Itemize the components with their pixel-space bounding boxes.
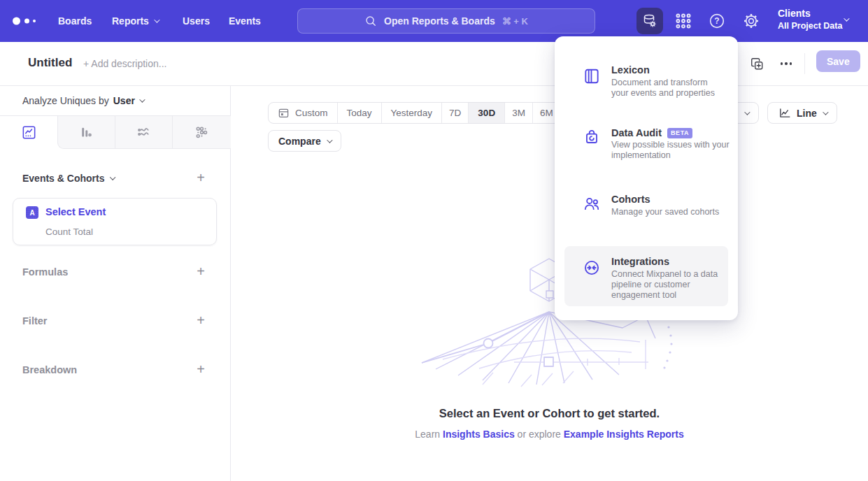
add-description-button[interactable]: + Add description... xyxy=(83,58,166,69)
nav-item-events[interactable]: Events xyxy=(229,0,261,42)
select-event-label: Select Event xyxy=(45,206,106,217)
date-range-7d[interactable]: 7D xyxy=(441,103,468,123)
gear-icon xyxy=(742,12,760,30)
menu-item-title: Cohorts xyxy=(611,194,650,205)
menu-item-description: Connect Mixpanel to a data pipeline or c… xyxy=(611,269,726,301)
data-management-button[interactable] xyxy=(636,8,663,34)
menu-item-title: Integrations xyxy=(611,256,669,267)
project-switcher[interactable]: Clients All Project Data xyxy=(778,7,842,31)
integrations-sync-icon xyxy=(583,259,601,277)
date-range-yesterday[interactable]: Yesterday xyxy=(381,103,442,123)
tab-insights-active[interactable] xyxy=(0,116,57,149)
line-chart-icon xyxy=(778,106,791,120)
nav-item-boards[interactable]: Boards xyxy=(58,0,92,42)
series-badge: A xyxy=(26,206,38,219)
event-card[interactable]: A Select Event Count Total xyxy=(13,198,217,245)
chevron-down-icon xyxy=(823,109,828,115)
event-metric[interactable]: Count Total xyxy=(45,227,93,237)
chart-type-tabs-inactive xyxy=(57,116,231,149)
beta-badge: BETA xyxy=(667,128,692,138)
chevron-down-icon xyxy=(154,17,159,22)
flows-icon xyxy=(136,124,152,141)
retention-dots-icon xyxy=(194,124,210,141)
menu-item-title: Data Audit BETA xyxy=(611,127,692,138)
calendar-icon xyxy=(278,107,290,119)
chevron-down-icon xyxy=(327,137,332,143)
duplicate-icon xyxy=(750,57,764,71)
date-range-today[interactable]: Today xyxy=(337,103,381,123)
apps-grid-icon xyxy=(674,12,692,30)
apps-grid-button[interactable] xyxy=(673,10,694,31)
search-icon xyxy=(364,15,377,27)
insights-basics-link[interactable]: Insights Basics xyxy=(443,429,515,440)
breakdown-section-label: Breakdown xyxy=(22,364,77,375)
formulas-section-label: Formulas xyxy=(22,266,68,278)
filter-section-label: Filter xyxy=(22,315,47,326)
empty-state-links: Learn Insights Basics or explore Example… xyxy=(231,429,868,440)
date-range-custom[interactable]: Custom xyxy=(269,103,337,123)
compare-button[interactable]: Compare xyxy=(268,130,341,152)
chart-style-dropdown[interactable]: Line xyxy=(767,102,837,124)
add-formula-button[interactable]: + xyxy=(193,264,208,279)
help-button[interactable]: ? xyxy=(706,10,727,31)
database-gear-icon xyxy=(641,13,658,29)
insights-line-chart-icon xyxy=(21,124,37,141)
data-audit-icon xyxy=(583,129,601,147)
bar-chart-icon xyxy=(78,124,94,141)
date-range-3m[interactable]: 3M xyxy=(504,103,532,123)
ellipsis-icon xyxy=(781,62,792,65)
date-range-30d-selected[interactable]: 30D xyxy=(468,103,504,123)
menu-item-description: Document and transform your events and p… xyxy=(611,78,725,99)
org-name: Clients xyxy=(778,7,842,20)
duplicate-button[interactable] xyxy=(748,55,765,72)
chevron-down-icon xyxy=(139,96,145,102)
mixpanel-insights-app: Boards Reports Users Events Open Reports… xyxy=(0,0,868,481)
tab-bar-chart[interactable] xyxy=(58,116,115,149)
report-title[interactable]: Untitled xyxy=(28,56,72,70)
search-placeholder: Open Reports & Boards xyxy=(384,15,495,27)
date-range-control: Custom Today Yesterday 7D 30D 3M 6M xyxy=(268,102,561,124)
data-management-menu: Lexicon Document and transform your even… xyxy=(555,36,738,320)
settings-button[interactable] xyxy=(741,10,762,31)
save-button[interactable]: Save xyxy=(816,50,860,72)
analyze-by-row: Analyze Uniques by User xyxy=(22,95,143,106)
search-shortcut: ⌘ + K xyxy=(502,16,528,27)
add-breakdown-button[interactable]: + xyxy=(193,361,208,377)
chevron-down-icon xyxy=(844,15,849,21)
top-nav: Boards Reports Users Events Open Reports… xyxy=(0,0,868,42)
analyze-by-label: Analyze Uniques by xyxy=(22,95,109,106)
menu-item-description: View possible issues with your implement… xyxy=(611,140,741,161)
menu-item-title: Lexicon xyxy=(611,64,650,76)
tab-retention[interactable] xyxy=(173,116,230,149)
add-event-button[interactable]: + xyxy=(193,170,208,185)
nav-item-users[interactable]: Users xyxy=(183,0,210,42)
tab-flows[interactable] xyxy=(115,116,173,149)
help-icon: ? xyxy=(708,12,726,30)
add-filter-button[interactable]: + xyxy=(193,313,208,328)
cohorts-users-icon xyxy=(583,194,601,213)
project-name: All Project Data xyxy=(778,20,842,31)
chart-type-tabs xyxy=(0,115,231,148)
chevron-down-icon xyxy=(744,109,750,115)
empty-state-title: Select an Event or Cohort to get started… xyxy=(231,407,868,420)
more-options-button[interactable] xyxy=(778,55,795,72)
lexicon-icon xyxy=(583,67,601,85)
global-search-input[interactable]: Open Reports & Boards ⌘ + K xyxy=(297,8,595,34)
menu-item-description: Manage your saved cohorts xyxy=(611,207,751,217)
header-divider xyxy=(804,53,805,74)
svg-text:?: ? xyxy=(714,16,719,26)
mixpanel-logo[interactable] xyxy=(13,15,45,27)
events-cohorts-header[interactable]: Events & Cohorts xyxy=(22,173,114,184)
chevron-down-icon xyxy=(111,175,116,180)
query-builder-sidebar: Analyze Uniques by User xyxy=(0,86,231,481)
example-insights-reports-link[interactable]: Example Insights Reports xyxy=(564,429,684,440)
nav-item-reports[interactable]: Reports xyxy=(112,0,158,42)
analyze-by-dropdown[interactable]: User xyxy=(113,95,143,106)
